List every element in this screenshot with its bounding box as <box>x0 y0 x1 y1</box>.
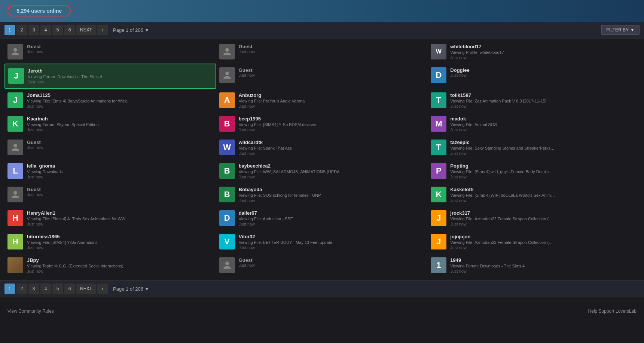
list-item[interactable]: B Bobayoda Viewing File: SOS schlong for… <box>216 183 428 206</box>
bottom-page-5-btn[interactable]: 5 <box>52 284 63 294</box>
user-name: Guest <box>27 187 43 192</box>
page-of-label[interactable]: Page 1 of 206 ▼ <box>113 27 149 33</box>
list-item[interactable]: D Doggiee Just now <box>428 64 640 89</box>
user-info: Guest Just now <box>27 140 43 150</box>
user-time: Just now <box>239 245 332 250</box>
user-time: Just now <box>450 151 555 156</box>
bottom-page-2-btn[interactable]: 2 <box>16 284 27 294</box>
user-name: Guest <box>239 44 255 49</box>
user-name: beep1995 <box>239 116 316 122</box>
list-item[interactable]: W wildcardtk Viewing File: Spank That As… <box>216 136 428 159</box>
user-name: jojojojon <box>450 234 555 239</box>
bottom-page-1-btn[interactable]: 1 <box>4 284 15 294</box>
avatar: P <box>431 163 446 179</box>
page-4-btn[interactable]: 4 <box>40 25 51 35</box>
user-time: Just now <box>450 198 555 203</box>
list-item[interactable]: Guest Just now <box>4 136 216 159</box>
list-item[interactable]: V Vitor32 Viewing File: BETTER BODY - Ma… <box>216 230 428 254</box>
bottom-dropdown-arrow-icon: ▼ <box>144 286 149 292</box>
avatar: W <box>431 44 446 59</box>
user-time: Just now <box>27 245 98 250</box>
avatar: V <box>219 234 235 249</box>
bottom-page-of-label[interactable]: Page 1 of 206 ▼ <box>113 286 149 292</box>
list-item[interactable]: B beep1995 Viewing File: [SIMS4] YrSa BD… <box>216 112 428 136</box>
list-item[interactable]: D daller67 Viewing File: Abduction - SSE… <box>216 206 428 230</box>
user-activity: Viewing Downloads <box>27 169 63 174</box>
community-rules-link[interactable]: View Community Rules <box>7 309 54 314</box>
list-item[interactable]: L lella_gnoma Viewing Downloads Just now <box>4 159 216 183</box>
user-activity: Viewing File: [Sims 4][WIP] ooOLaLa Worl… <box>450 193 555 197</box>
list-item[interactable]: 1 1949 Viewing Forum: Downloads - The Si… <box>428 254 640 277</box>
user-info: Guest Just now <box>239 257 255 267</box>
user-info: Kaskelotti Viewing File: [Sims 4][WIP] o… <box>450 187 555 203</box>
page-5-btn[interactable]: 5 <box>52 25 63 35</box>
page-6-btn[interactable]: 6 <box>64 25 75 35</box>
users-grid: Guest Just now Guest Just now W whiteblo… <box>0 39 644 279</box>
list-item[interactable]: P Popting Viewing File: [Sims 4] wild_gu… <box>428 159 640 183</box>
online-bar: 5,294 users online <box>0 0 644 22</box>
user-activity: Viewing File: PraYou's Angie Varona <box>239 99 305 103</box>
user-activity: Viewing File: Animal SOS <box>450 122 497 127</box>
arrow-btn[interactable]: › <box>97 25 108 35</box>
bottom-page-3-btn[interactable]: 3 <box>28 284 39 294</box>
help-support-link[interactable]: Help Support LoversLab <box>588 309 637 314</box>
user-time: Just now <box>239 104 305 108</box>
user-info: Kaarinah Viewing Forum: Skyrim: Special … <box>27 116 99 132</box>
user-info: beep1995 Viewing File: [SIMS4] YrSa BDSM… <box>239 116 316 132</box>
list-item[interactable]: J Joma1125 Viewing File: [Sims 4] BatyaS… <box>4 89 216 112</box>
page-1-btn[interactable]: 1 <box>4 25 15 35</box>
user-time: Just now <box>27 128 99 132</box>
list-item[interactable]: T tolik1597 Viewing File: Zaz Animation … <box>428 89 640 112</box>
list-item[interactable]: K Kaarinah Viewing Forum: Skyrim: Specia… <box>4 112 216 136</box>
bottom-page-4-btn[interactable]: 4 <box>40 284 51 294</box>
list-item[interactable]: K Kaskelotti Viewing File: [Sims 4][WIP]… <box>428 183 640 206</box>
avatar <box>7 44 23 59</box>
avatar: 1 <box>431 257 446 273</box>
bottom-arrow-btn[interactable]: › <box>97 284 108 294</box>
user-info: Guest Just now <box>239 67 255 77</box>
list-item[interactable]: H HenryAllen1 Viewing File: [Sims 4] A. … <box>4 206 216 230</box>
user-activity: Viewing Forum: Skyrim: Special Edition <box>27 122 99 127</box>
list-item[interactable]: W whiteblood17 Viewing Profile: whiteblo… <box>428 40 640 64</box>
list-item[interactable]: Guest Just now <box>216 40 428 64</box>
list-item[interactable]: H hitormiss1865 Viewing File: [SIMS4] Yr… <box>4 230 216 254</box>
user-activity: Viewing File: SOS schlong for females - … <box>239 193 321 197</box>
list-item[interactable]: T tazeepic Viewing File: Sexy Standing S… <box>428 136 640 159</box>
bottom-next-btn[interactable]: NEXT <box>76 284 96 294</box>
user-info: tazeepic Viewing File: Sexy Standing Sto… <box>450 140 555 156</box>
user-info: Bobayoda Viewing File: SOS schlong for f… <box>239 187 321 203</box>
avatar: D <box>219 210 235 226</box>
list-item[interactable]: M madok Viewing File: Animal SOS Just no… <box>428 112 640 136</box>
user-time: Just now <box>450 128 497 132</box>
user-name: Kaskelotti <box>450 187 555 192</box>
user-name: baybeechica2 <box>239 163 344 169</box>
user-name: Bobayoda <box>239 187 321 192</box>
user-activity: Viewing File: Zaz Animation Pack V 8.0 [… <box>450 99 546 103</box>
user-name: hitormiss1865 <box>27 234 98 239</box>
user-time: Just now <box>239 151 292 156</box>
avatar <box>219 257 235 273</box>
avatar <box>219 44 235 59</box>
list-item[interactable]: A Anbuzorg Viewing File: PraYou's Angie … <box>216 89 428 112</box>
page-3-btn[interactable]: 3 <box>28 25 39 35</box>
user-time: Just now <box>27 192 43 197</box>
page-2-btn[interactable]: 2 <box>16 25 27 35</box>
user-activity: Viewing Forum: Downloads - The Sims 4 <box>28 74 102 79</box>
user-info: madok Viewing File: Animal SOS Just now <box>450 116 497 132</box>
bottom-page-6-btn[interactable]: 6 <box>64 284 75 294</box>
user-name: Anbuzorg <box>239 92 305 98</box>
list-item[interactable]: B baybeechica2 Viewing File: WW_SALARMOJ… <box>216 159 428 183</box>
next-btn[interactable]: NEXT <box>76 25 96 35</box>
user-info: Doggiee Just now <box>450 67 469 77</box>
list-item-jeroth[interactable]: J Jeroth Viewing Forum: Downloads - The … <box>4 64 216 89</box>
filter-by-btn[interactable]: FILTER BY ▼ <box>601 25 640 35</box>
user-time: Just now <box>239 128 316 132</box>
user-activity: Viewing File: [Sims 4] wild_guy's Female… <box>450 169 555 174</box>
list-item[interactable]: Guest Just now <box>4 40 216 64</box>
list-item[interactable]: J jojojojon Viewing File: Azmodan22 Fema… <box>428 230 640 254</box>
list-item-jbpy[interactable]: JBpy Viewing Topic: M.C.G. (Extended Soc… <box>4 254 216 277</box>
list-item[interactable]: Guest Just now <box>216 254 428 277</box>
list-item[interactable]: J jrock317 Viewing File: Azmodan22 Femal… <box>428 206 640 230</box>
list-item[interactable]: Guest Just now <box>4 183 216 206</box>
list-item[interactable]: Guest Just now <box>216 64 428 89</box>
